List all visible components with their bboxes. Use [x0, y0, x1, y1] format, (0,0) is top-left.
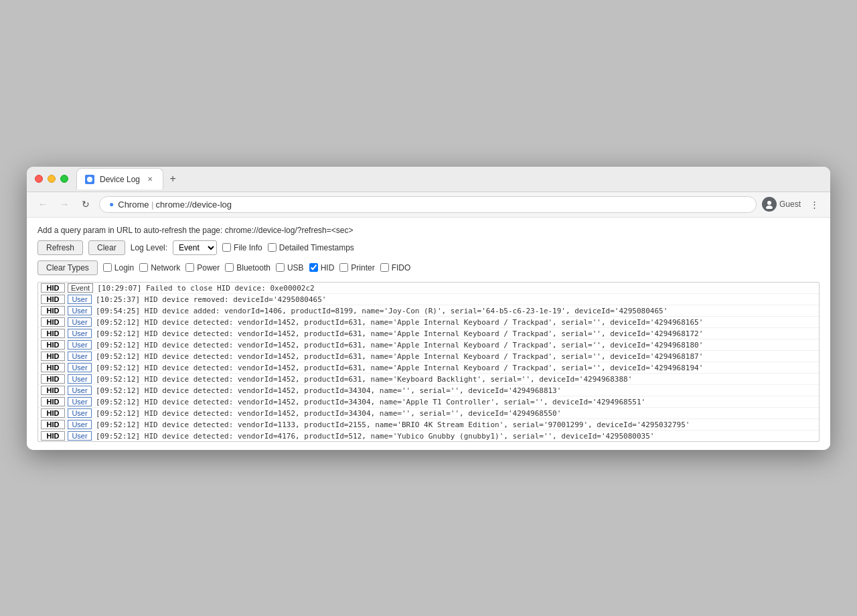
log-type-tag: HID: [41, 306, 65, 315]
reload-button[interactable]: ↻: [78, 196, 94, 212]
power-filter-label[interactable]: Power: [185, 263, 220, 273]
log-message: [10:29:07] Failed to close HID device: 0…: [97, 284, 315, 293]
network-filter-checkbox[interactable]: [139, 263, 148, 272]
log-message: [09:52:12] HID device detected: vendorId…: [96, 420, 690, 429]
back-button[interactable]: ←: [35, 196, 51, 212]
log-row: HIDUser[09:52:12] HID device detected: v…: [38, 408, 819, 419]
printer-filter-label[interactable]: Printer: [339, 263, 374, 273]
log-message: [09:52:12] HID device detected: vendorId…: [96, 386, 561, 395]
detailed-timestamps-checkbox[interactable]: [268, 243, 277, 252]
hid-filter-checkbox[interactable]: [309, 263, 318, 272]
usb-filter-text: USB: [287, 263, 304, 273]
traffic-lights: [35, 175, 68, 183]
titlebar: Device Log ✕ +: [27, 167, 830, 192]
log-type-tag: HID: [41, 397, 65, 406]
log-level-tag: Event: [68, 283, 93, 293]
hid-filter-label[interactable]: HID: [309, 263, 335, 273]
clear-button[interactable]: Clear: [88, 240, 125, 255]
usb-filter-checkbox[interactable]: [276, 263, 285, 272]
power-filter-checkbox[interactable]: [185, 263, 194, 272]
tab-close-button[interactable]: ✕: [145, 175, 155, 184]
log-level-select[interactable]: Event User Debug: [173, 240, 217, 255]
chrome-menu-button[interactable]: ⋮: [806, 196, 822, 212]
url-security-icon: ●: [109, 200, 114, 209]
log-level-tag: User: [68, 329, 92, 338]
log-row: HIDEvent[10:29:07] Failed to close HID d…: [38, 283, 819, 294]
log-message: [09:52:12] HID device detected: vendorId…: [96, 364, 703, 372]
hid-filter-text: HID: [321, 263, 335, 273]
login-filter-checkbox[interactable]: [103, 263, 112, 272]
usb-filter-label[interactable]: USB: [276, 263, 304, 273]
log-type-tag: HID: [41, 295, 65, 304]
tab-favicon: [85, 175, 94, 184]
url-bar[interactable]: ● Chrome | chrome://device-log: [99, 196, 757, 213]
refresh-button[interactable]: Refresh: [37, 240, 83, 255]
log-level-tag: User: [68, 408, 92, 418]
addressbar: ← → ↻ ● Chrome | chrome://device-log Gue…: [27, 192, 830, 218]
log-row: HIDUser[09:52:12] HID device detected: v…: [38, 328, 819, 339]
forward-button[interactable]: →: [56, 196, 72, 212]
bluetooth-filter-text: Bluetooth: [236, 263, 270, 273]
log-message: [09:52:12] HID device detected: vendorId…: [96, 398, 645, 406]
file-info-checkbox-label[interactable]: File Info: [222, 243, 262, 252]
log-row: HIDUser[09:52:12] HID device detected: v…: [38, 374, 819, 385]
profile-button[interactable]: Guest: [762, 197, 801, 212]
log-level-tag: User: [68, 340, 92, 350]
maximize-button[interactable]: [60, 175, 68, 183]
fido-filter-label[interactable]: FIDO: [380, 263, 411, 273]
log-message: [09:52:12] HID device detected: vendorId…: [96, 432, 654, 441]
log-row: HIDUser[09:52:12] HID device detected: v…: [38, 317, 819, 328]
file-info-label: File Info: [234, 243, 262, 252]
new-tab-button[interactable]: +: [165, 171, 181, 187]
close-button[interactable]: [35, 175, 43, 183]
login-filter-label[interactable]: Login: [103, 263, 134, 273]
log-type-tag: HID: [41, 408, 65, 418]
log-row: HIDUser[09:52:12] HID device detected: v…: [38, 419, 819, 431]
log-type-tag: HID: [41, 374, 65, 384]
log-message: [09:52:12] HID device detected: vendorId…: [96, 329, 703, 338]
log-type-tag: HID: [41, 420, 65, 429]
log-row: HIDUser[09:52:12] HID device detected: v…: [38, 351, 819, 362]
fido-filter-checkbox[interactable]: [380, 263, 389, 272]
detailed-timestamps-label: Detailed Timestamps: [279, 243, 354, 252]
profile-icon: [762, 197, 777, 212]
network-filter-text: Network: [151, 263, 180, 273]
log-level-tag: User: [68, 352, 92, 361]
clear-types-button[interactable]: Clear Types: [37, 260, 98, 275]
bluetooth-filter-checkbox[interactable]: [225, 263, 234, 272]
log-message: [09:52:12] HID device detected: vendorId…: [96, 341, 703, 350]
printer-filter-checkbox[interactable]: [339, 263, 348, 272]
file-info-checkbox[interactable]: [222, 243, 231, 252]
page-content: Add a query param in URL to auto-refresh…: [27, 218, 830, 450]
detailed-timestamps-checkbox-label[interactable]: Detailed Timestamps: [268, 243, 354, 252]
log-level-label: Log Level:: [131, 243, 167, 252]
bluetooth-filter-label[interactable]: Bluetooth: [225, 263, 270, 273]
log-level-tag: User: [68, 306, 92, 315]
log-row: HIDUser[09:52:12] HID device detected: v…: [38, 385, 819, 396]
log-level-tag: User: [68, 363, 92, 372]
controls-row-1: Refresh Clear Log Level: Event User Debu…: [37, 240, 820, 255]
svg-point-2: [766, 206, 773, 209]
power-filter-text: Power: [197, 263, 220, 273]
log-container: HIDEvent[10:29:07] Failed to close HID d…: [37, 282, 820, 442]
log-row: HIDUser[10:25:37] HID device removed: de…: [38, 294, 819, 305]
log-level-tag: User: [68, 386, 92, 395]
log-message: [09:52:12] HID device detected: vendorId…: [96, 375, 632, 384]
log-message: [09:54:25] HID device added: vendorId=14…: [96, 307, 668, 315]
log-type-tag: HID: [41, 431, 65, 441]
controls-row-2: Clear Types Login Network Power Bluetoot…: [37, 260, 820, 275]
minimize-button[interactable]: [48, 175, 56, 183]
log-message: [09:52:12] HID device detected: vendorId…: [96, 318, 703, 327]
log-type-tag: HID: [41, 363, 65, 372]
active-tab[interactable]: Device Log ✕: [76, 168, 163, 189]
log-row: HIDUser[09:52:12] HID device detected: v…: [38, 431, 819, 441]
browser-window: Device Log ✕ + ← → ↻ ● Chrome | chrome:/…: [27, 167, 830, 450]
log-level-tag: User: [68, 431, 92, 441]
url-scheme: Chrome: [118, 200, 149, 210]
svg-point-0: [87, 177, 92, 182]
url-text: Chrome | chrome://device-log: [118, 200, 232, 210]
log-level-tag: User: [68, 295, 92, 304]
log-type-tag: HID: [41, 317, 65, 327]
network-filter-label[interactable]: Network: [139, 263, 180, 273]
tab-bar: Device Log ✕ +: [76, 168, 181, 189]
